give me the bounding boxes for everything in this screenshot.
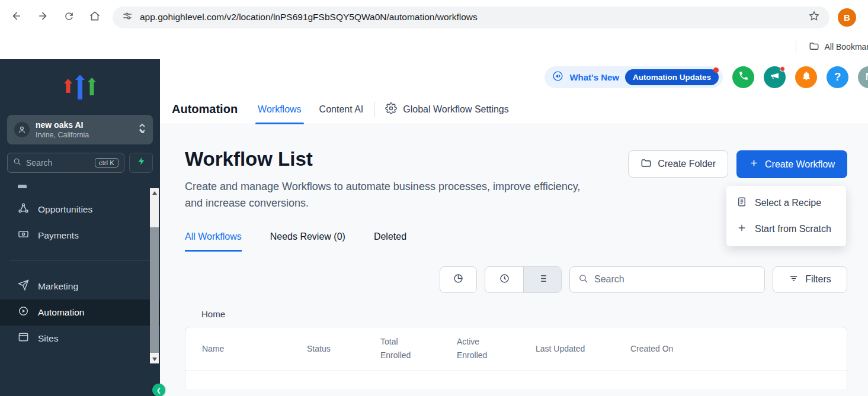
url-text[interactable]: app.gohighlevel.com/v2/location/lnPS691g…: [140, 12, 801, 22]
table-body: [185, 371, 847, 389]
sidebar-collapse-button[interactable]: ❮: [152, 384, 165, 396]
column-header-total-enrolled: Total Enrolled: [380, 335, 457, 362]
refresh-icon: [63, 11, 75, 24]
create-workflow-button[interactable]: Create Workflow: [736, 150, 847, 178]
folder-icon: [640, 157, 652, 171]
menu-divider: [9, 260, 150, 261]
tab-deleted[interactable]: Deleted: [374, 231, 406, 252]
workflow-search[interactable]: [569, 266, 765, 293]
browser-nav-row: app.gohighlevel.com/v2/location/lnPS691g…: [0, 0, 868, 34]
bell-icon: [801, 70, 812, 83]
scrollbar-up-arrow[interactable]: [150, 188, 159, 197]
whats-new-label[interactable]: What's New: [569, 72, 619, 82]
create-folder-button[interactable]: Create Folder: [628, 150, 728, 178]
chevron-up-down-icon: [139, 124, 146, 136]
home-button[interactable]: [82, 4, 108, 30]
refresh-button[interactable]: [56, 4, 82, 30]
whats-new-pill[interactable]: What's New Automation Updates: [544, 66, 723, 88]
page-description: Create and manage Workflows to automate …: [185, 179, 600, 212]
forward-button[interactable]: [30, 4, 56, 30]
tab-needs-review[interactable]: Needs Review (0): [270, 231, 345, 252]
breadcrumb-home[interactable]: Home: [185, 309, 847, 319]
column-header-active-enrolled: Active Enrolled: [457, 335, 536, 362]
megaphone-icon: [552, 70, 563, 84]
sidebar-search-row: ctrl K: [7, 153, 153, 173]
sidebar-item-automation[interactable]: Automation: [0, 300, 160, 326]
star-icon[interactable]: [808, 10, 820, 24]
sidebar-item-sites[interactable]: Sites: [0, 326, 160, 352]
sidebar-search-input[interactable]: ctrl K: [7, 153, 124, 173]
url-bar[interactable]: app.gohighlevel.com/v2/location/lnPS691g…: [113, 7, 829, 28]
utility-bar: What's New Automation Updates ? N: [160, 59, 868, 95]
sidebar-search-field[interactable]: [26, 158, 68, 168]
location-name: new oaks AI: [36, 120, 89, 131]
plus-icon: [749, 158, 759, 170]
sidebar-item-label: Opportunities: [38, 204, 92, 215]
pie-chart-icon: [453, 273, 464, 286]
search-icon: [578, 273, 588, 286]
tab-content-ai[interactable]: Content AI: [319, 95, 364, 124]
dropdown-item-select-recipe[interactable]: Select a Recipe: [726, 190, 846, 216]
sidebar-item-label: Payments: [38, 230, 79, 241]
column-header-status: Status: [307, 344, 380, 353]
workflow-table: Name Status Total Enrolled Active Enroll…: [185, 327, 847, 389]
tab-workflows[interactable]: Workflows: [258, 95, 302, 124]
automation-updates-badge[interactable]: Automation Updates: [625, 69, 719, 85]
global-workflow-settings-label: Global Workflow Settings: [403, 104, 508, 115]
page-actions: Create Folder Create Workflow Select a R…: [628, 150, 847, 178]
global-workflow-settings-link[interactable]: Global Workflow Settings: [385, 102, 508, 117]
page-section-title: Automation: [172, 102, 238, 116]
all-bookmarks-label[interactable]: All Bookmarks: [825, 42, 868, 51]
chevron-left-icon: ❮: [156, 387, 161, 394]
create-workflow-dropdown: Select a Recipe Start from Scratch: [726, 186, 846, 246]
partially-scrolled-item-icon: [18, 185, 27, 188]
browser-profile-avatar[interactable]: B: [838, 8, 856, 27]
view-toggle-group: [485, 266, 562, 293]
help-icon: ?: [834, 70, 841, 83]
back-icon: [11, 10, 23, 24]
sidebar-item-marketing[interactable]: Marketing: [0, 273, 160, 300]
sidebar-item-label: Marketing: [38, 281, 78, 292]
location-avatar-icon: [14, 122, 30, 137]
browser-chrome: app.gohighlevel.com/v2/location/lnPS691g…: [0, 0, 868, 59]
list-icon: [537, 273, 548, 286]
workflow-search-input[interactable]: [594, 274, 756, 285]
bookmarks-bar: All Bookmarks: [0, 34, 868, 59]
scrollbar-down-arrow[interactable]: [150, 355, 159, 363]
scrollbar-thumb[interactable]: [150, 227, 159, 353]
location-switcher[interactable]: new oaks AI Irvine, California: [7, 115, 153, 144]
tab-all-workflows[interactable]: All Workflows: [185, 231, 242, 252]
sidebar-item-opportunities[interactable]: Opportunities: [0, 197, 160, 223]
sidebar-item-payments[interactable]: Payments: [0, 223, 160, 249]
workflow-list-content: Workflow List Create and manage Workflow…: [160, 124, 868, 396]
notification-dot: [780, 66, 785, 72]
shortcut-badge: ctrl K: [95, 158, 118, 168]
gear-icon: [385, 102, 397, 117]
dropdown-item-start-from-scratch[interactable]: Start from Scratch: [726, 216, 846, 242]
workflow-toolbar: Filters: [185, 266, 847, 293]
megaphone-icon: [770, 70, 780, 83]
notification-dot: [713, 67, 719, 73]
phone-button[interactable]: [732, 66, 754, 88]
history-view-button[interactable]: [485, 267, 523, 292]
main-area: What's New Automation Updates ? N Automa…: [160, 59, 868, 396]
table-header-row: Name Status Total Enrolled Active Enroll…: [185, 327, 847, 371]
column-header-created-on: Created On: [630, 344, 847, 353]
plus-icon: [736, 223, 747, 236]
announcements-button[interactable]: [764, 66, 786, 88]
list-view-button[interactable]: [523, 267, 561, 292]
user-avatar[interactable]: N: [858, 66, 868, 88]
sidebar-item-label: Automation: [38, 307, 84, 318]
column-header-last-updated: Last Updated: [536, 344, 630, 353]
help-button[interactable]: ?: [827, 66, 848, 88]
enrollment-stats-button[interactable]: [440, 266, 477, 293]
sidebar-scrollbar[interactable]: [150, 188, 159, 363]
filters-button[interactable]: Filters: [773, 266, 847, 293]
phone-icon: [738, 70, 749, 83]
sites-icon: [18, 331, 29, 345]
clock-icon: [499, 273, 510, 286]
notifications-button[interactable]: [795, 66, 817, 88]
quick-actions-button[interactable]: [129, 153, 153, 173]
back-button[interactable]: [4, 4, 30, 30]
site-info-icon[interactable]: [122, 11, 133, 24]
